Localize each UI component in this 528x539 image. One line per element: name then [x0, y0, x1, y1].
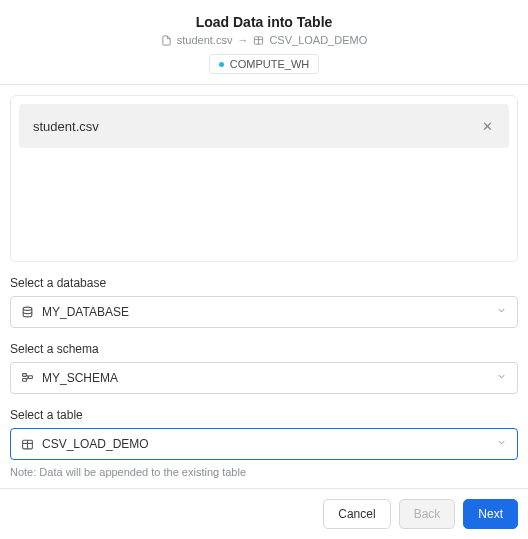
- schema-icon: [21, 372, 34, 385]
- database-select-value: MY_DATABASE: [42, 305, 129, 319]
- file-drop-panel: student.csv ✕: [10, 95, 518, 262]
- schema-select[interactable]: MY_SCHEMA: [10, 362, 518, 394]
- compute-warehouse-label: COMPUTE_WH: [230, 58, 309, 70]
- svg-point-3: [23, 307, 32, 310]
- arrow-right-icon: →: [237, 34, 248, 46]
- svg-rect-5: [23, 378, 27, 381]
- svg-rect-4: [23, 373, 27, 376]
- svg-rect-6: [29, 375, 33, 378]
- remove-file-button[interactable]: ✕: [479, 118, 495, 134]
- database-icon: [21, 306, 34, 319]
- table-icon: [21, 438, 34, 451]
- breadcrumb-target: CSV_LOAD_DEMO: [269, 34, 367, 46]
- table-select[interactable]: CSV_LOAD_DEMO: [10, 428, 518, 460]
- chevron-down-icon: [496, 437, 507, 451]
- field-schema-label: Select a schema: [10, 342, 518, 356]
- svg-line-7: [26, 374, 28, 376]
- close-icon: ✕: [482, 120, 493, 133]
- dialog-title: Load Data into Table: [10, 14, 518, 30]
- breadcrumb: student.csv → CSV_LOAD_DEMO: [10, 34, 518, 46]
- compute-warehouse-badge[interactable]: COMPUTE_WH: [209, 54, 319, 74]
- schema-select-value: MY_SCHEMA: [42, 371, 118, 385]
- field-schema: Select a schema MY_SCHEMA: [10, 342, 518, 394]
- file-icon: [161, 35, 172, 46]
- status-dot-icon: [219, 62, 224, 67]
- back-button[interactable]: Back: [399, 499, 456, 529]
- field-table: Select a table CSV_LOAD_DEMO Note: Data …: [10, 408, 518, 478]
- chevron-down-icon: [496, 305, 507, 319]
- table-append-note: Note: Data will be appended to the exist…: [10, 466, 518, 478]
- next-button[interactable]: Next: [463, 499, 518, 529]
- database-select[interactable]: MY_DATABASE: [10, 296, 518, 328]
- dialog-body: student.csv ✕ Select a database MY_DATAB…: [0, 85, 528, 488]
- dialog-footer: Cancel Back Next: [0, 488, 528, 539]
- field-database: Select a database MY_DATABASE: [10, 276, 518, 328]
- dialog-header: Load Data into Table student.csv → CSV_L…: [0, 0, 528, 85]
- table-icon: [253, 35, 264, 46]
- file-chip-name: student.csv: [33, 119, 99, 134]
- breadcrumb-source: student.csv: [177, 34, 233, 46]
- field-table-label: Select a table: [10, 408, 518, 422]
- field-database-label: Select a database: [10, 276, 518, 290]
- table-select-value: CSV_LOAD_DEMO: [42, 437, 149, 451]
- cancel-button[interactable]: Cancel: [323, 499, 390, 529]
- file-chip: student.csv ✕: [19, 104, 509, 148]
- chevron-down-icon: [496, 371, 507, 385]
